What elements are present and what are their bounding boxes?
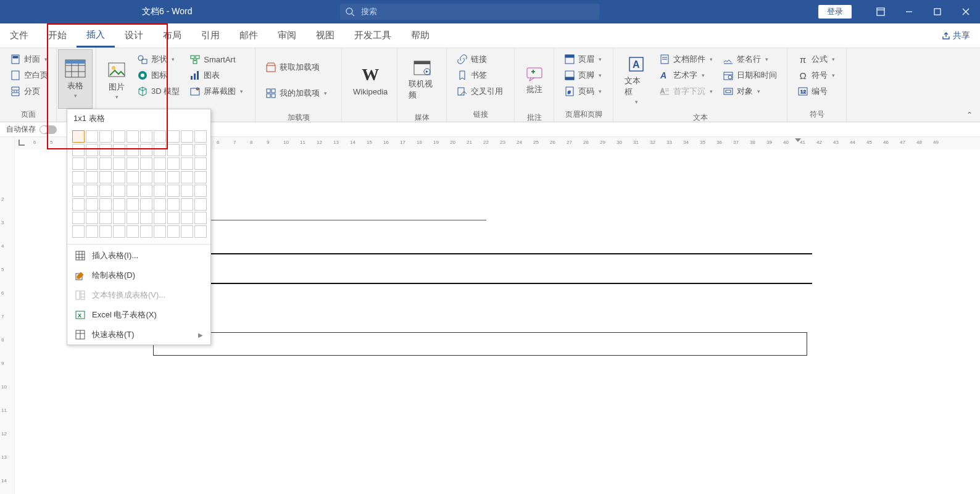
table-grid-cell[interactable] xyxy=(86,212,98,224)
blank-page-button[interactable]: 空白页 xyxy=(7,68,51,83)
table-size-grid[interactable] xyxy=(67,128,210,243)
table-grid-cell[interactable] xyxy=(181,198,193,211)
number-button[interactable]: 12编号 xyxy=(795,84,837,99)
table-grid-cell[interactable] xyxy=(127,225,139,238)
online-video-button[interactable]: 联机视频 xyxy=(402,51,441,110)
tab-mailings[interactable]: 邮件 xyxy=(230,23,268,48)
table-grid-cell[interactable] xyxy=(86,225,98,238)
table-grid-cell[interactable] xyxy=(194,144,207,156)
tab-help[interactable]: 帮助 xyxy=(401,23,439,48)
tab-layout[interactable]: 布局 xyxy=(153,23,191,48)
table-grid-cell[interactable] xyxy=(154,157,166,170)
table-grid-cell[interactable] xyxy=(86,171,98,183)
tab-developer[interactable]: 开发工具 xyxy=(344,23,401,48)
get-addins-button[interactable]: 获取加载项 xyxy=(263,60,330,75)
page-number-button[interactable]: #页码▾ xyxy=(562,84,604,99)
wikipedia-button[interactable]: W Wikipedia xyxy=(347,51,394,110)
collapse-ribbon-button[interactable]: ⌃ xyxy=(966,111,973,119)
table-grid-cell[interactable] xyxy=(72,198,85,211)
table-grid-cell[interactable] xyxy=(86,198,98,211)
table-grid-cell[interactable] xyxy=(181,171,193,183)
table-grid-cell[interactable] xyxy=(127,130,139,143)
datetime-button[interactable]: 日期和时间 xyxy=(720,68,779,83)
equation-button[interactable]: π公式▾ xyxy=(795,52,837,67)
tab-view[interactable]: 视图 xyxy=(306,23,344,48)
autosave-toggle[interactable] xyxy=(39,125,57,134)
table-grid-cell[interactable] xyxy=(72,212,85,224)
table-grid-cell[interactable] xyxy=(167,212,180,224)
tab-file[interactable]: 文件 xyxy=(0,23,38,48)
link-button[interactable]: 链接 xyxy=(454,52,505,67)
table-grid-cell[interactable] xyxy=(113,212,125,224)
table-grid-cell[interactable] xyxy=(99,198,112,211)
login-button[interactable]: 登录 xyxy=(818,5,852,19)
quick-tables-menu[interactable]: 快速表格(T)▶ xyxy=(67,325,210,345)
table-grid-cell[interactable] xyxy=(140,130,152,143)
vertical-ruler[interactable]: 234567891011121314 xyxy=(0,137,15,494)
table-grid-cell[interactable] xyxy=(167,130,180,143)
table-grid-cell[interactable] xyxy=(113,185,125,197)
table-grid-cell[interactable] xyxy=(72,185,85,197)
header-button[interactable]: 页眉▾ xyxy=(562,52,604,67)
table-grid-cell[interactable] xyxy=(113,171,125,183)
table-grid-cell[interactable] xyxy=(113,225,125,238)
page-break-button[interactable]: 分页 xyxy=(7,84,51,99)
table-grid-cell[interactable] xyxy=(99,171,112,183)
symbol-button[interactable]: Ω符号▾ xyxy=(795,68,837,83)
table-grid-cell[interactable] xyxy=(113,130,125,143)
table-grid-cell[interactable] xyxy=(127,212,139,224)
cover-page-button[interactable]: 封面▾ xyxy=(7,52,51,67)
table-grid-cell[interactable] xyxy=(194,212,207,224)
share-button[interactable]: 共享 xyxy=(932,23,980,48)
tab-review[interactable]: 审阅 xyxy=(268,23,306,48)
table-grid-cell[interactable] xyxy=(140,198,152,211)
bookmark-button[interactable]: 书签 xyxy=(454,68,505,83)
table-grid-cell[interactable] xyxy=(154,144,166,156)
tab-home[interactable]: 开始 xyxy=(38,23,77,48)
table-grid-cell[interactable] xyxy=(127,171,139,183)
table-grid-cell[interactable] xyxy=(72,130,85,143)
table-grid-cell[interactable] xyxy=(154,130,166,143)
table-grid-cell[interactable] xyxy=(140,212,152,224)
table-grid-cell[interactable] xyxy=(154,171,166,183)
textbox-button[interactable]: A 文本框▾ xyxy=(618,51,654,110)
table-button[interactable]: 表格 ▾ xyxy=(58,49,93,109)
table-grid-cell[interactable] xyxy=(181,225,193,238)
table-grid-cell[interactable] xyxy=(194,225,207,238)
shapes-button[interactable]: 形状▾ xyxy=(135,52,182,67)
table-grid-cell[interactable] xyxy=(140,157,152,170)
chart-button[interactable]: 图表 xyxy=(187,68,246,83)
draw-table-menu[interactable]: 绘制表格(D) xyxy=(67,266,210,285)
table-grid-cell[interactable] xyxy=(86,130,98,143)
table-grid-cell[interactable] xyxy=(167,144,180,156)
table-grid-cell[interactable] xyxy=(181,157,193,170)
tab-insert[interactable]: 插入 xyxy=(77,23,115,48)
table-grid-cell[interactable] xyxy=(127,185,139,197)
table-grid-cell[interactable] xyxy=(99,185,112,197)
tab-design[interactable]: 设计 xyxy=(115,23,153,48)
3d-models-button[interactable]: 3D 模型 xyxy=(135,84,182,99)
table-grid-cell[interactable] xyxy=(154,198,166,211)
table-grid-cell[interactable] xyxy=(113,198,125,211)
table-grid-cell[interactable] xyxy=(72,225,85,238)
table-grid-cell[interactable] xyxy=(127,157,139,170)
wordart-button[interactable]: A艺术字▾ xyxy=(657,68,715,83)
table-grid-cell[interactable] xyxy=(72,144,85,156)
table-grid-cell[interactable] xyxy=(181,185,193,197)
table-grid-cell[interactable] xyxy=(113,157,125,170)
maximize-button[interactable] xyxy=(923,0,952,23)
close-button[interactable] xyxy=(952,0,980,23)
table-grid-cell[interactable] xyxy=(86,185,98,197)
table-grid-cell[interactable] xyxy=(194,185,207,197)
table-grid-cell[interactable] xyxy=(167,198,180,211)
smartart-button[interactable]: SmartArt xyxy=(187,52,246,67)
table-grid-cell[interactable] xyxy=(99,225,112,238)
footer-button[interactable]: 页脚▾ xyxy=(562,68,604,83)
table-grid-cell[interactable] xyxy=(154,212,166,224)
table-grid-cell[interactable] xyxy=(167,185,180,197)
table-grid-cell[interactable] xyxy=(194,130,207,143)
screenshot-button[interactable]: 屏幕截图▾ xyxy=(187,84,246,99)
table-grid-cell[interactable] xyxy=(194,157,207,170)
table-grid-cell[interactable] xyxy=(99,157,112,170)
table-grid-cell[interactable] xyxy=(113,144,125,156)
